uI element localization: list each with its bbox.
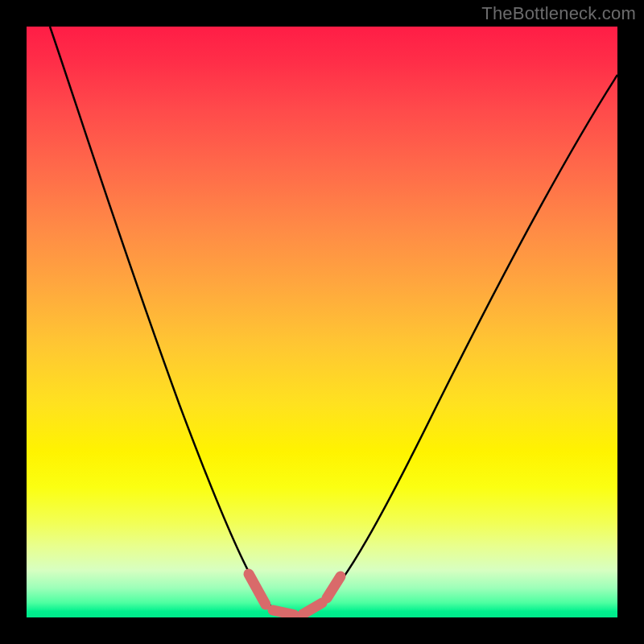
svg-line-2 — [303, 603, 322, 614]
svg-line-0 — [249, 574, 266, 605]
svg-line-1 — [273, 610, 294, 615]
bottleneck-chart — [27, 27, 617, 617]
watermark-text: TheBottleneck.com — [481, 3, 636, 24]
bottleneck-curve-path — [50, 27, 617, 615]
plot-area — [27, 27, 617, 617]
marker-dashes — [249, 574, 341, 615]
svg-line-3 — [327, 576, 341, 598]
chart-frame: TheBottleneck.com — [0, 0, 644, 644]
